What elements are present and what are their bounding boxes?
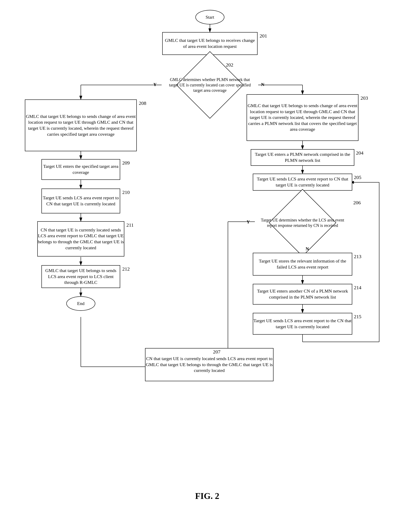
label-213: 213 xyxy=(354,254,361,259)
label-201: 201 xyxy=(260,33,267,39)
diamond-206-text: Target UE determines whether the LCS are… xyxy=(259,202,346,244)
start-label: Start xyxy=(206,14,214,20)
label-204: 204 xyxy=(356,150,363,156)
box-213-text: Target UE stores the relevant informatio… xyxy=(253,258,352,270)
label-203: 203 xyxy=(360,95,368,101)
box-210-text: Target UE sends LCS area event report to… xyxy=(42,195,120,207)
figure-label: FIG. 2 xyxy=(166,491,249,501)
end-shape: End xyxy=(66,296,95,311)
box-210: Target UE sends LCS area event report to… xyxy=(41,189,120,213)
box-203-text: GMLC that target UE belongs to sends cha… xyxy=(247,103,358,132)
box-208: GMLC that target UE belongs to sends cha… xyxy=(25,99,137,151)
box-212-text: GMLC that target UE belongs to sends LCS… xyxy=(42,268,120,285)
diagram-container: Start GMLC that target UE belongs to rec… xyxy=(0,0,420,497)
label-210: 210 xyxy=(122,190,130,195)
label-202: 202 xyxy=(226,62,233,68)
label-208: 208 xyxy=(139,100,146,106)
box-211-text: CN that target UE is currently located s… xyxy=(38,227,124,251)
label-n1: N xyxy=(261,82,264,87)
box-207: CN that target UE is currently located s… xyxy=(145,348,273,381)
box-211: CN that target UE is currently located s… xyxy=(37,221,124,256)
box-215-text: Target UE sends LCS area event report to… xyxy=(253,318,352,330)
box-213: Target UE stores the relevant informatio… xyxy=(253,253,352,275)
label-n2: N xyxy=(306,246,309,252)
label-212: 212 xyxy=(122,266,130,272)
start-shape: Start xyxy=(195,10,225,24)
diamond-202-wrapper: GMLC determines whether PLMN network tha… xyxy=(162,61,258,109)
box-214-text: Target UE enters another CN of a PLMN ne… xyxy=(253,288,352,300)
box-205-text: Target UE sends LCS area event report to… xyxy=(253,176,352,188)
label-y1: Y xyxy=(153,82,157,87)
label-y2: Y xyxy=(247,219,250,225)
end-label: End xyxy=(77,301,84,307)
box-204: Target UE enters a PLMN network comprise… xyxy=(251,149,354,166)
box-204-text: Target UE enters a PLMN network comprise… xyxy=(251,151,354,163)
box-207-text: CN that target UE is currently located s… xyxy=(145,356,273,373)
label-215: 215 xyxy=(354,314,361,320)
label-214: 214 xyxy=(354,285,361,290)
box-201-text: GMLC that target UE belongs to receives … xyxy=(163,37,257,49)
label-211: 211 xyxy=(126,222,134,228)
label-205: 205 xyxy=(354,175,361,180)
box-203: GMLC that target UE belongs to sends cha… xyxy=(247,94,359,141)
box-215: Target UE sends LCS area event report to… xyxy=(253,313,352,335)
box-212: GMLC that target UE belongs to sends LCS… xyxy=(41,265,120,288)
diamond-202-text: GMLC determines whether PLMN network tha… xyxy=(166,64,253,106)
box-205: Target UE sends LCS area event report to… xyxy=(253,174,352,191)
box-209: Target UE enters the specified target ar… xyxy=(41,159,120,180)
label-207: 207 xyxy=(213,349,220,355)
diamond-206-wrapper: Target UE determines whether the LCS are… xyxy=(254,199,351,246)
label-206: 206 xyxy=(353,200,361,206)
box-209-text: Target UE enters the specified target ar… xyxy=(42,164,120,175)
box-214: Target UE enters another CN of a PLMN ne… xyxy=(253,284,352,305)
box-208-text: GMLC that target UE belongs to sends cha… xyxy=(25,113,136,137)
label-209: 209 xyxy=(122,160,130,166)
